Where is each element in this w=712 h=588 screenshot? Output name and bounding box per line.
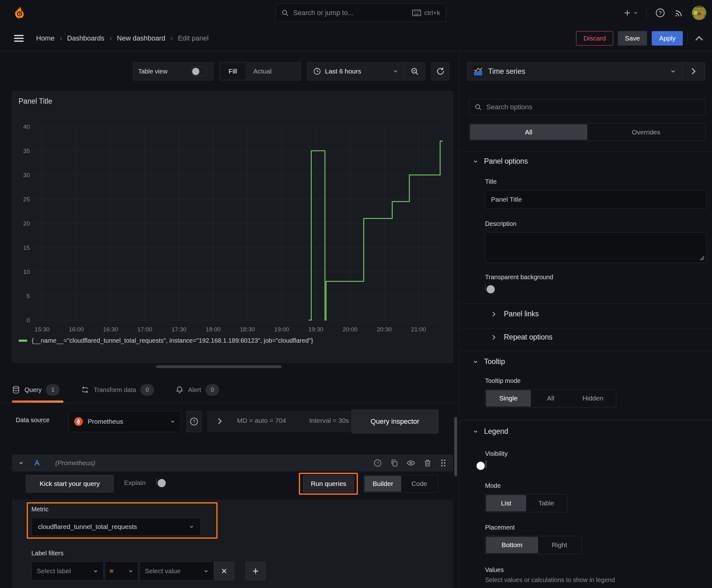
breadcrumb-edit-panel: Edit panel (178, 34, 209, 42)
svg-text:16:00: 16:00 (69, 326, 84, 333)
add-filter-button[interactable] (245, 562, 265, 581)
chevron-down-icon (128, 569, 133, 574)
remove-filter-button[interactable] (214, 562, 234, 581)
panel-options-section-header[interactable]: Panel options (473, 157, 528, 166)
global-search-input[interactable]: Search or jump to... ctrl+k (275, 3, 446, 22)
options-expand-chevron[interactable] (217, 418, 223, 425)
fill-option[interactable]: Fill (220, 63, 245, 80)
query-toolbar-row: Kick start your query Explain Run querie… (12, 475, 453, 492)
repeat-options-section[interactable]: Repeat options (491, 333, 553, 341)
chevron-down-icon (203, 569, 209, 574)
visualization-name: Time series (488, 67, 525, 76)
datasource-help-button[interactable]: ? (187, 411, 201, 432)
actual-option[interactable]: Actual (245, 63, 280, 80)
legend-table-option[interactable]: Table (526, 495, 566, 511)
explain-toggle[interactable] (156, 478, 157, 485)
toggle-viz-picker-button[interactable] (682, 63, 705, 80)
query-builder-area: Metric cloudflared_tunnel_total_requests… (12, 499, 453, 588)
collapse-query-chevron[interactable] (18, 460, 24, 466)
user-avatar[interactable] (692, 6, 706, 20)
menu-toggle-button[interactable] (13, 34, 24, 43)
drag-query-handle[interactable] (440, 459, 447, 467)
news-rss-button[interactable] (674, 8, 684, 18)
refresh-button[interactable] (431, 62, 449, 80)
search-options-input[interactable]: Search options (469, 99, 706, 115)
query-help-icon[interactable]: ? (373, 459, 382, 467)
tab-alert-label: Alert (188, 386, 201, 394)
series-color-swatch (19, 339, 27, 342)
metric-select[interactable]: cloudflared_tunnel_total_requests (31, 518, 201, 536)
panel-title-input[interactable] (485, 190, 707, 209)
legend-list-option[interactable]: List (486, 495, 526, 511)
apply-button[interactable]: Apply (652, 31, 683, 45)
visualization-select[interactable]: Time series (468, 63, 682, 80)
zoom-out-button[interactable] (404, 63, 425, 80)
tab-transform-data[interactable]: Transform data 0 (81, 377, 165, 403)
duplicate-query-icon[interactable] (390, 459, 398, 467)
help-button[interactable]: ? (655, 7, 666, 18)
time-range-picker[interactable]: Last 6 hours (307, 63, 404, 80)
svg-text:16:30: 16:30 (103, 326, 118, 333)
table-view-control: Table view (133, 62, 214, 80)
placement-right-option[interactable]: Right (538, 537, 581, 553)
select-label-dropdown[interactable]: Select label (31, 562, 104, 581)
breadcrumb-home[interactable]: Home (36, 34, 55, 42)
tab-query[interactable]: Query 1 (12, 377, 70, 403)
breadcrumb-dashboards[interactable]: Dashboards (67, 34, 105, 42)
toggle-visibility-icon[interactable] (407, 459, 415, 467)
tooltip-section-header[interactable]: Tooltip (473, 357, 505, 366)
svg-text:20:00: 20:00 (343, 326, 358, 333)
placement-bottom-option[interactable]: Bottom (486, 537, 538, 553)
breadcrumb-new-dashboard[interactable]: New dashboard (117, 34, 165, 42)
chevron-down-icon (670, 68, 676, 75)
delete-query-icon[interactable] (424, 459, 432, 467)
builder-option[interactable]: Builder (365, 476, 401, 491)
save-button[interactable]: Save (618, 31, 647, 45)
tab-all[interactable]: All (470, 124, 587, 140)
kick-start-query-button[interactable]: Kick start your query (26, 475, 114, 492)
tab-transform-label: Transform data (93, 386, 136, 394)
chart-legend[interactable]: {__name__="cloudflared_tunnel_total_requ… (19, 337, 313, 344)
datasource-picker[interactable]: Prometheus (68, 411, 181, 432)
legend-values-hint: Select values or calculations to show in… (485, 576, 615, 584)
legend-placement-switch: Bottom Right (485, 536, 582, 554)
new-menu-button[interactable] (623, 9, 638, 17)
description-textarea[interactable] (485, 232, 707, 263)
query-inspector-button[interactable]: Query inspector (352, 410, 438, 434)
search-placeholder: Search or jump to... (293, 9, 353, 17)
tooltip-mode-switch: Single All Hidden (485, 389, 616, 407)
discard-button[interactable]: Discard (576, 31, 613, 45)
legend-visibility-toggle[interactable] (486, 460, 486, 468)
grafana-logo-icon[interactable] (13, 6, 26, 20)
query-row-header[interactable]: A (Prometheus) ? (12, 455, 453, 471)
svg-text:?: ? (376, 461, 379, 465)
tab-alert[interactable]: Alert 0 (175, 377, 230, 403)
legend-mode-switch: List Table (485, 494, 567, 512)
datasource-label: Data source (16, 417, 50, 424)
svg-text:?: ? (659, 10, 662, 16)
legend-section-header[interactable]: Legend (473, 427, 508, 436)
table-view-toggle[interactable] (191, 67, 208, 76)
clock-icon (313, 67, 321, 76)
tooltip-all-option[interactable]: All (531, 390, 570, 406)
collapse-header-button[interactable] (693, 36, 706, 41)
select-value-dropdown[interactable]: Select value (139, 562, 214, 581)
chevron-right-icon (690, 67, 697, 75)
tab-query-count: 1 (46, 384, 60, 396)
transparent-background-toggle[interactable] (485, 284, 486, 292)
svg-text:15:30: 15:30 (35, 326, 50, 333)
tooltip-hidden-option[interactable]: Hidden (570, 390, 615, 406)
visualization-picker: Time series (467, 62, 705, 80)
operator-dropdown[interactable]: = (105, 562, 138, 581)
svg-text:?: ? (193, 419, 195, 424)
run-queries-button[interactable]: Run queries (303, 475, 354, 492)
panel-links-section[interactable]: Panel links (491, 310, 539, 318)
prometheus-icon (74, 417, 83, 426)
tooltip-single-option[interactable]: Single (486, 390, 531, 406)
panel-resize-handle[interactable] (156, 365, 282, 368)
tab-overrides[interactable]: Overrides (587, 124, 705, 140)
max-datapoints-text: MD = auto = 704 (237, 417, 286, 424)
tab-alert-count: 0 (205, 384, 219, 396)
code-option[interactable]: Code (401, 476, 437, 491)
time-series-chart[interactable]: 051015202530354015:3016:0016:3017:0017:3… (12, 91, 453, 336)
